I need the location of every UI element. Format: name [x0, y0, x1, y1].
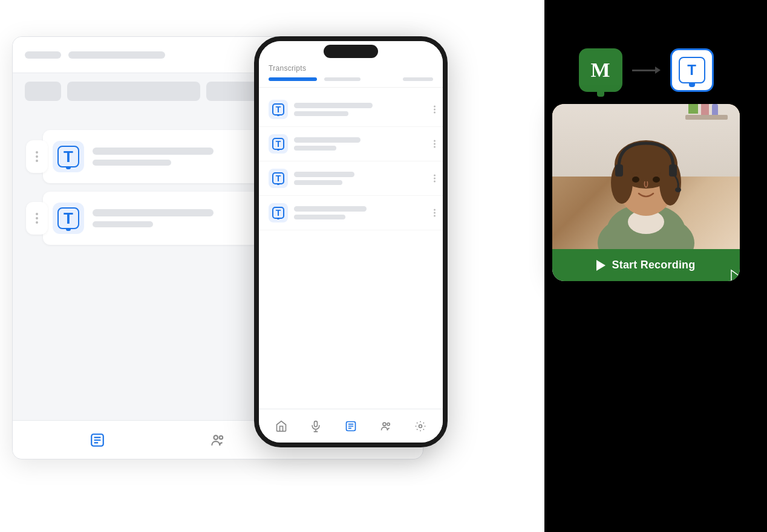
- svg-marker-30: [731, 270, 740, 281]
- play-icon: [596, 260, 605, 271]
- phone-item-t-4: T: [272, 207, 284, 219]
- right-panel: M T: [537, 48, 755, 281]
- cursor-icon: [729, 268, 740, 281]
- start-recording-label: Start Recording: [612, 259, 695, 271]
- card-t-icon-2: T: [57, 207, 79, 229]
- ph-1b: [294, 111, 348, 116]
- phone-item-dots-2: [434, 140, 436, 148]
- phone-item-text-4: [294, 206, 433, 219]
- card-ph-sub-1: [93, 160, 171, 166]
- phone-item-dots-1: [434, 106, 436, 114]
- phone-list-item-4[interactable]: T: [259, 196, 443, 230]
- phone-list: T T: [259, 88, 443, 409]
- phone-tabs: [259, 77, 443, 88]
- phone-tab-active[interactable]: [269, 77, 317, 81]
- phone-item-text-3: [294, 172, 433, 185]
- meet-icon: M: [579, 48, 622, 92]
- phone-bottom-nav: [259, 409, 443, 443]
- integration-connector: [632, 66, 661, 74]
- card-ph-sub-2: [93, 221, 153, 227]
- svg-point-14: [383, 423, 386, 426]
- cursor-icon-wrapper: [729, 268, 740, 281]
- ph-3b: [294, 180, 342, 185]
- connector-line: [632, 70, 655, 71]
- phone-nav-people[interactable]: [376, 417, 396, 436]
- video-card: Start Recording: [552, 104, 740, 281]
- phone-item-icon-3: T: [269, 169, 288, 188]
- phone-list-item-3[interactable]: T: [259, 161, 443, 196]
- desktop-col-ph2: [67, 82, 200, 101]
- t-icon-inner: T: [679, 57, 705, 83]
- t-icon-wrapper: T: [670, 48, 714, 92]
- svg-point-26: [653, 177, 660, 183]
- phone-tab-extra: [403, 77, 433, 81]
- phone-screen: Transcripts T: [259, 41, 443, 443]
- phone-list-item-2[interactable]: T: [259, 127, 443, 161]
- card-icon-box-2: T: [53, 203, 84, 234]
- svg-point-5: [220, 435, 223, 438]
- ph-4b: [294, 215, 345, 219]
- phone-item-t-2: T: [272, 138, 284, 150]
- meet-icon-tail: [597, 92, 604, 97]
- phone-item-icon-2: T: [269, 134, 288, 154]
- svg-rect-7: [315, 421, 318, 426]
- ph-4a: [294, 206, 367, 212]
- phone-item-t-1: T: [272, 103, 284, 115]
- ph-1a: [294, 103, 373, 108]
- phone-item-icon-1: T: [269, 100, 288, 119]
- svg-point-29: [675, 187, 681, 192]
- card-t-icon-1: T: [57, 146, 79, 167]
- card-ph-title-2: [93, 209, 214, 216]
- person-svg: [567, 104, 725, 249]
- phone-item-icon-4: T: [269, 203, 288, 222]
- video-frame: [552, 104, 740, 249]
- t-icon-tail: [689, 83, 695, 87]
- t-icon-box: T: [670, 48, 714, 92]
- card-dots-2: [26, 202, 48, 235]
- phone-item-text-2: [294, 137, 433, 151]
- ph-2b: [294, 146, 336, 151]
- desktop-col-ph1: [25, 82, 61, 101]
- start-recording-button[interactable]: Start Recording: [552, 249, 740, 281]
- phone-notch: [324, 45, 378, 58]
- card-dots-1: [26, 140, 48, 173]
- svg-point-16: [419, 424, 422, 427]
- desktop-nav-transcript[interactable]: [86, 429, 108, 451]
- desktop-nav-people[interactable]: [207, 429, 229, 451]
- phone-tab-inactive[interactable]: [324, 77, 361, 81]
- desktop-topbar-ph2: [68, 51, 165, 59]
- phone-item-t-3: T: [272, 172, 284, 184]
- phone-item-dots-4: [434, 209, 436, 217]
- card-ph-title-1: [93, 148, 214, 155]
- phone-list-item-1[interactable]: T: [259, 92, 443, 127]
- connector-arrow: [655, 66, 661, 74]
- svg-rect-27: [615, 164, 623, 177]
- ph-2a: [294, 137, 361, 143]
- svg-point-25: [632, 177, 639, 183]
- ph-3a: [294, 172, 354, 177]
- phone-nav-settings[interactable]: [411, 417, 430, 436]
- svg-point-4: [214, 435, 218, 440]
- meet-icon-wrapper: M: [579, 48, 622, 92]
- card-icon-box-1: T: [53, 141, 84, 172]
- svg-point-15: [387, 423, 390, 425]
- phone-mockup: Transcripts T: [254, 36, 448, 447]
- desktop-topbar-ph1: [25, 51, 61, 59]
- phone-item-dots-3: [434, 175, 436, 183]
- integration-icons: M T: [579, 48, 714, 92]
- phone-nav-transcript[interactable]: [341, 417, 361, 436]
- phone-item-text-1: [294, 103, 433, 116]
- phone-nav-home[interactable]: [272, 417, 291, 436]
- phone-nav-mic[interactable]: [306, 417, 325, 436]
